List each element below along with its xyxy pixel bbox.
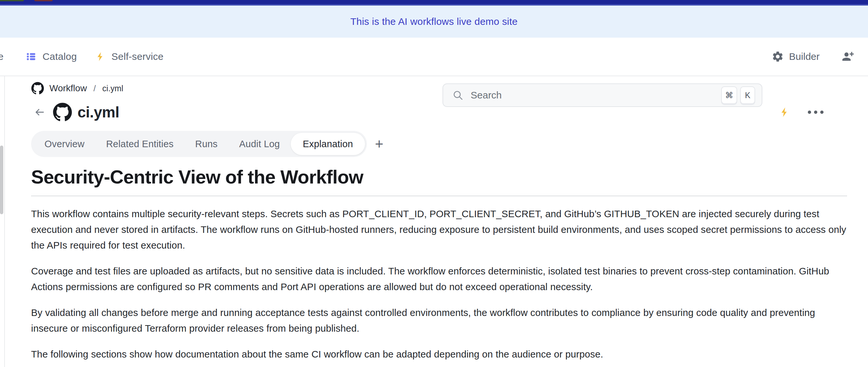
tabs-row: Overview Related Entities Runs Audit Log… <box>31 131 847 157</box>
nav-catalog-label: Catalog <box>42 51 77 62</box>
app-header: e Catalog Self-service <box>0 38 868 76</box>
tab-runs[interactable]: Runs <box>184 139 228 150</box>
catalog-list-icon <box>26 51 37 62</box>
breadcrumb-entity[interactable]: ci.yml <box>102 84 123 93</box>
demo-banner-link[interactable]: This is the AI workflows live demo site <box>350 16 518 27</box>
more-options-icon[interactable] <box>807 110 824 115</box>
demo-banner: This is the AI workflows live demo site <box>0 5 868 38</box>
tab-related-entities[interactable]: Related Entities <box>95 139 184 150</box>
breadcrumb-separator: / <box>92 84 97 94</box>
paragraph-sections-note: The following sections show how document… <box>31 346 847 362</box>
back-button[interactable] <box>34 106 45 118</box>
bolt-icon <box>95 51 106 62</box>
vertical-scrollbar[interactable] <box>0 146 3 214</box>
tab-audit-log[interactable]: Audit Log <box>228 139 290 150</box>
person-add-icon <box>841 50 855 63</box>
nav-item-catalog[interactable]: Catalog <box>26 51 77 62</box>
paragraph-artifacts-permissions: Coverage and test files are uploaded as … <box>31 263 847 295</box>
entity-header: ci.yml <box>31 101 847 124</box>
breadcrumb-blueprint[interactable]: Workflow <box>50 83 87 94</box>
paragraph-security-steps: This workflow contains multiple security… <box>31 206 847 253</box>
entity-title: ci.yml <box>78 103 119 121</box>
gear-icon <box>772 50 784 63</box>
tab-overview[interactable]: Overview <box>34 139 95 150</box>
builder-button[interactable]: Builder <box>772 50 819 63</box>
builder-label: Builder <box>789 51 819 62</box>
ai-bolt-icon[interactable] <box>779 106 790 118</box>
document-body: This workflow contains multiple security… <box>31 206 847 362</box>
tabs-bar: Overview Related Entities Runs Audit Log… <box>31 131 367 157</box>
paragraph-compliance: By validating all changes before merge a… <box>31 305 847 336</box>
github-icon <box>31 82 44 95</box>
entity-page: Workflow / ci.yml ci.yml <box>31 76 847 367</box>
clipped-nav-text: e <box>0 38 5 75</box>
github-icon <box>53 102 72 122</box>
breadcrumb: Workflow / ci.yml <box>31 81 847 95</box>
add-tab-button[interactable]: + <box>375 137 383 151</box>
header-right-group: Builder <box>772 38 855 75</box>
content-left-divider <box>4 76 5 367</box>
nav-self-service-label: Self-service <box>112 51 163 62</box>
browser-tab-sliver-red <box>34 0 53 1</box>
nav-item-self-service[interactable]: Self-service <box>95 51 163 62</box>
invite-user-button[interactable] <box>841 50 855 63</box>
entity-actions <box>779 106 847 118</box>
main-nav: Catalog Self-service <box>26 38 163 75</box>
tab-explanation[interactable]: Explanation <box>291 133 365 155</box>
browser-tab-sliver-green <box>0 0 24 1</box>
browser-topbar <box>0 0 868 5</box>
heading-divider <box>31 195 847 196</box>
document-heading: Security-Centric View of the Workflow <box>31 165 847 188</box>
